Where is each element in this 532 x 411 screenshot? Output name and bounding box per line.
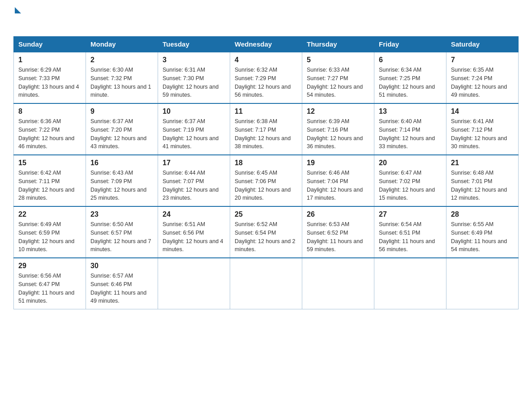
calendar-cell: 22 Sunrise: 6:49 AMSunset: 6:59 PMDaylig… bbox=[14, 206, 86, 258]
calendar-cell: 21 Sunrise: 6:48 AMSunset: 7:01 PMDaylig… bbox=[446, 155, 519, 206]
day-number: 29 bbox=[18, 262, 81, 270]
calendar-cell: 9 Sunrise: 6:37 AMSunset: 7:20 PMDayligh… bbox=[86, 103, 158, 155]
day-info: Sunrise: 6:33 AMSunset: 7:27 PMDaylight:… bbox=[307, 67, 363, 98]
day-info: Sunrise: 6:42 AMSunset: 7:11 PMDaylight:… bbox=[18, 170, 74, 201]
logo-arrow-icon bbox=[15, 7, 21, 13]
calendar-cell: 27 Sunrise: 6:54 AMSunset: 6:51 PMDaylig… bbox=[374, 206, 446, 258]
day-info: Sunrise: 6:39 AMSunset: 7:16 PMDaylight:… bbox=[307, 118, 363, 150]
header bbox=[13, 9, 519, 27]
day-number: 22 bbox=[18, 210, 81, 218]
calendar-cell: 23 Sunrise: 6:50 AMSunset: 6:57 PMDaylig… bbox=[86, 206, 158, 258]
day-number: 10 bbox=[163, 107, 225, 116]
day-info: Sunrise: 6:35 AMSunset: 7:24 PMDaylight:… bbox=[451, 67, 507, 98]
weekday-header: Monday bbox=[86, 37, 158, 52]
calendar-cell: 12 Sunrise: 6:39 AMSunset: 7:16 PMDaylig… bbox=[302, 103, 374, 155]
day-info: Sunrise: 6:56 AMSunset: 6:47 PMDaylight:… bbox=[18, 273, 74, 304]
day-number: 6 bbox=[379, 56, 442, 64]
calendar-cell: 13 Sunrise: 6:40 AMSunset: 7:14 PMDaylig… bbox=[374, 103, 446, 155]
day-number: 19 bbox=[307, 159, 369, 167]
day-info: Sunrise: 6:50 AMSunset: 6:57 PMDaylight:… bbox=[90, 221, 151, 253]
day-number: 1 bbox=[18, 56, 81, 64]
day-number: 16 bbox=[90, 159, 153, 167]
day-number: 7 bbox=[451, 56, 514, 64]
day-info: Sunrise: 6:31 AMSunset: 7:30 PMDaylight:… bbox=[163, 67, 219, 98]
day-info: Sunrise: 6:54 AMSunset: 6:51 PMDaylight:… bbox=[379, 221, 435, 253]
calendar-week-row: 1 Sunrise: 6:29 AMSunset: 7:33 PMDayligh… bbox=[14, 52, 519, 103]
day-number: 30 bbox=[90, 262, 153, 270]
calendar-cell: 19 Sunrise: 6:46 AMSunset: 7:04 PMDaylig… bbox=[302, 155, 374, 206]
day-info: Sunrise: 6:48 AMSunset: 7:01 PMDaylight:… bbox=[451, 170, 507, 201]
calendar-cell: 2 Sunrise: 6:30 AMSunset: 7:32 PMDayligh… bbox=[86, 52, 158, 103]
calendar-cell: 10 Sunrise: 6:37 AMSunset: 7:19 PMDaylig… bbox=[158, 103, 230, 155]
day-number: 2 bbox=[90, 56, 153, 64]
calendar-week-row: 15 Sunrise: 6:42 AMSunset: 7:11 PMDaylig… bbox=[14, 155, 519, 206]
calendar-cell-empty bbox=[446, 258, 519, 309]
day-number: 17 bbox=[163, 159, 225, 167]
calendar-table: SundayMondayTuesdayWednesdayThursdayFrid… bbox=[13, 36, 519, 309]
day-info: Sunrise: 6:37 AMSunset: 7:19 PMDaylight:… bbox=[163, 118, 219, 150]
day-number: 4 bbox=[235, 56, 297, 64]
day-number: 26 bbox=[307, 210, 369, 218]
calendar-cell: 28 Sunrise: 6:55 AMSunset: 6:49 PMDaylig… bbox=[446, 206, 519, 258]
day-number: 14 bbox=[451, 107, 514, 116]
day-info: Sunrise: 6:52 AMSunset: 6:54 PMDaylight:… bbox=[235, 221, 296, 253]
weekday-header: Tuesday bbox=[158, 37, 230, 52]
day-number: 15 bbox=[18, 159, 81, 167]
calendar-cell-empty bbox=[230, 258, 302, 309]
calendar-cell: 18 Sunrise: 6:45 AMSunset: 7:06 PMDaylig… bbox=[230, 155, 302, 206]
day-number: 23 bbox=[90, 210, 153, 218]
calendar-cell: 4 Sunrise: 6:32 AMSunset: 7:29 PMDayligh… bbox=[230, 52, 302, 103]
weekday-header: Thursday bbox=[302, 37, 374, 52]
day-info: Sunrise: 6:44 AMSunset: 7:07 PMDaylight:… bbox=[163, 170, 219, 201]
day-number: 12 bbox=[307, 107, 369, 116]
weekday-header-row: SundayMondayTuesdayWednesdayThursdayFrid… bbox=[14, 37, 519, 52]
weekday-header: Wednesday bbox=[230, 37, 302, 52]
weekday-header: Saturday bbox=[446, 37, 519, 52]
day-number: 24 bbox=[163, 210, 225, 218]
calendar-cell: 17 Sunrise: 6:44 AMSunset: 7:07 PMDaylig… bbox=[158, 155, 230, 206]
weekday-header: Sunday bbox=[14, 37, 86, 52]
day-number: 3 bbox=[163, 56, 225, 64]
day-info: Sunrise: 6:32 AMSunset: 7:29 PMDaylight:… bbox=[235, 67, 291, 98]
day-info: Sunrise: 6:51 AMSunset: 6:56 PMDaylight:… bbox=[163, 221, 223, 253]
calendar-cell: 6 Sunrise: 6:34 AMSunset: 7:25 PMDayligh… bbox=[374, 52, 446, 103]
calendar-cell: 1 Sunrise: 6:29 AMSunset: 7:33 PMDayligh… bbox=[14, 52, 86, 103]
calendar-cell-empty bbox=[302, 258, 374, 309]
day-number: 28 bbox=[451, 210, 514, 218]
calendar-cell: 5 Sunrise: 6:33 AMSunset: 7:27 PMDayligh… bbox=[302, 52, 374, 103]
day-number: 25 bbox=[235, 210, 297, 218]
weekday-header: Friday bbox=[374, 37, 446, 52]
day-info: Sunrise: 6:45 AMSunset: 7:06 PMDaylight:… bbox=[235, 170, 291, 201]
calendar-cell: 16 Sunrise: 6:43 AMSunset: 7:09 PMDaylig… bbox=[86, 155, 158, 206]
calendar-cell: 7 Sunrise: 6:35 AMSunset: 7:24 PMDayligh… bbox=[446, 52, 519, 103]
calendar-cell: 25 Sunrise: 6:52 AMSunset: 6:54 PMDaylig… bbox=[230, 206, 302, 258]
day-info: Sunrise: 6:29 AMSunset: 7:33 PMDaylight:… bbox=[18, 67, 79, 98]
calendar-cell: 26 Sunrise: 6:53 AMSunset: 6:52 PMDaylig… bbox=[302, 206, 374, 258]
day-info: Sunrise: 6:36 AMSunset: 7:22 PMDaylight:… bbox=[18, 118, 74, 150]
day-info: Sunrise: 6:40 AMSunset: 7:14 PMDaylight:… bbox=[379, 118, 435, 150]
day-number: 18 bbox=[235, 159, 297, 167]
day-info: Sunrise: 6:34 AMSunset: 7:25 PMDaylight:… bbox=[379, 67, 435, 98]
day-number: 21 bbox=[451, 159, 514, 167]
calendar-week-row: 8 Sunrise: 6:36 AMSunset: 7:22 PMDayligh… bbox=[14, 103, 519, 155]
day-info: Sunrise: 6:37 AMSunset: 7:20 PMDaylight:… bbox=[90, 118, 146, 150]
day-info: Sunrise: 6:46 AMSunset: 7:04 PMDaylight:… bbox=[307, 170, 363, 201]
day-number: 5 bbox=[307, 56, 369, 64]
calendar-cell: 29 Sunrise: 6:56 AMSunset: 6:47 PMDaylig… bbox=[14, 258, 86, 309]
day-number: 20 bbox=[379, 159, 442, 167]
calendar-cell-empty bbox=[158, 258, 230, 309]
calendar-cell: 14 Sunrise: 6:41 AMSunset: 7:12 PMDaylig… bbox=[446, 103, 519, 155]
day-info: Sunrise: 6:55 AMSunset: 6:49 PMDaylight:… bbox=[451, 221, 507, 253]
day-number: 11 bbox=[235, 107, 297, 116]
day-info: Sunrise: 6:57 AMSunset: 6:46 PMDaylight:… bbox=[90, 273, 146, 304]
logo bbox=[13, 9, 21, 27]
day-info: Sunrise: 6:30 AMSunset: 7:32 PMDaylight:… bbox=[90, 67, 151, 98]
day-number: 9 bbox=[90, 107, 153, 116]
calendar-cell: 24 Sunrise: 6:51 AMSunset: 6:56 PMDaylig… bbox=[158, 206, 230, 258]
day-number: 13 bbox=[379, 107, 442, 116]
calendar-cell-empty bbox=[374, 258, 446, 309]
day-info: Sunrise: 6:47 AMSunset: 7:02 PMDaylight:… bbox=[379, 170, 435, 201]
calendar-cell: 15 Sunrise: 6:42 AMSunset: 7:11 PMDaylig… bbox=[14, 155, 86, 206]
calendar-cell: 20 Sunrise: 6:47 AMSunset: 7:02 PMDaylig… bbox=[374, 155, 446, 206]
calendar-week-row: 29 Sunrise: 6:56 AMSunset: 6:47 PMDaylig… bbox=[14, 258, 519, 309]
